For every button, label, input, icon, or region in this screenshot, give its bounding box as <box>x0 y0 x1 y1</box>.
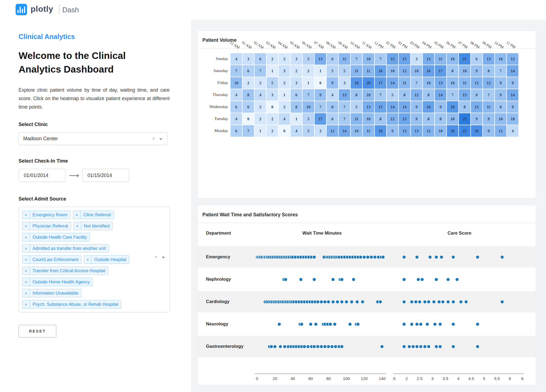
heatmap-cell[interactable]: 2 <box>290 65 302 77</box>
heatmap-cell[interactable]: 3 <box>290 53 302 65</box>
heatmap-cell[interactable]: 16 <box>423 65 435 77</box>
heatmap-cell[interactable]: 0 <box>314 77 326 89</box>
heatmap-cell[interactable]: 6 <box>230 101 242 113</box>
reset-button[interactable]: RESET <box>19 325 56 337</box>
heatmap-cell[interactable]: 11 <box>350 113 362 125</box>
heatmap-cell[interactable]: 9 <box>411 101 423 113</box>
heatmap-cell[interactable]: 5 <box>302 125 314 137</box>
heatmap-cell[interactable]: 13 <box>471 101 483 113</box>
heatmap-cell[interactable]: 11 <box>399 77 411 89</box>
heatmap-cell[interactable]: 11 <box>483 101 495 113</box>
heatmap-cell[interactable]: 7 <box>374 53 386 65</box>
heatmap-cell[interactable]: 2 <box>254 101 266 113</box>
heatmap-cell[interactable]: 1 <box>314 65 326 77</box>
heatmap-cell[interactable]: 6 <box>471 53 483 65</box>
heatmap-cell[interactable]: 6 <box>242 65 254 77</box>
heatmap-cell[interactable]: 3 <box>411 53 423 65</box>
heatmap-cell[interactable]: 10 <box>362 89 374 101</box>
heatmap-cell[interactable]: 15 <box>399 113 411 125</box>
clinic-clear-icon[interactable]: × <box>152 136 155 142</box>
heatmap-cell[interactable]: 8 <box>350 89 362 101</box>
heatmap-cell[interactable]: 10 <box>495 113 507 125</box>
heatmap-cell[interactable]: 8 <box>435 113 447 125</box>
heatmap-cell[interactable]: 1 <box>290 113 302 125</box>
heatmap-cell[interactable]: 9 <box>495 89 507 101</box>
heatmap-cell[interactable]: 10 <box>362 53 374 65</box>
chip-remove-icon[interactable]: × <box>22 244 30 252</box>
heatmap-cell[interactable]: 8 <box>423 89 435 101</box>
heatmap-cell[interactable]: 2 <box>278 77 290 89</box>
heatmap-cell[interactable]: 15 <box>399 53 411 65</box>
heatmap-cell[interactable]: 18 <box>447 101 459 113</box>
heatmap-cell[interactable]: 12 <box>399 65 411 77</box>
heatmap-cell[interactable]: 13 <box>435 77 447 89</box>
heatmap-cell[interactable]: 3 <box>242 53 254 65</box>
heatmap-cell[interactable]: 3 <box>290 77 302 89</box>
heatmap-cell[interactable]: 5 <box>350 101 362 113</box>
heatmap-cell[interactable]: 21 <box>459 53 471 65</box>
heatmap-cell[interactable]: 8 <box>374 113 386 125</box>
chip-remove-icon[interactable]: × <box>22 267 30 275</box>
heatmap-cell[interactable]: 9 <box>386 125 399 137</box>
heatmap-cell[interactable]: 9 <box>507 101 519 113</box>
chip-remove-icon[interactable]: × <box>22 222 30 230</box>
chip-remove-icon[interactable]: × <box>84 256 92 264</box>
heatmap-cell[interactable]: 9 <box>483 113 495 125</box>
heatmap-cell[interactable]: 13 <box>314 53 326 65</box>
heatmap-cell[interactable]: 22 <box>459 125 471 137</box>
heatmap-cell[interactable]: 12 <box>495 125 507 137</box>
heatmap-cell[interactable]: 4 <box>230 89 242 101</box>
heatmap-cell[interactable]: 7 <box>302 89 314 101</box>
heatmap-cell[interactable]: 4 <box>230 113 242 125</box>
heatmap-cell[interactable]: 10 <box>507 113 519 125</box>
clinic-dropdown[interactable]: Madison Center × <box>19 132 167 145</box>
heatmap-cell[interactable]: 10 <box>362 113 374 125</box>
heatmap-cell[interactable]: 2 <box>302 65 314 77</box>
heatmap-cell[interactable]: 8 <box>242 89 254 101</box>
heatmap-cell[interactable]: 2 <box>278 101 290 113</box>
heatmap-cell[interactable]: 10 <box>447 113 459 125</box>
heatmap-cell[interactable]: 13 <box>483 53 495 65</box>
heatmap-cell[interactable]: 8 <box>483 65 495 77</box>
heatmap-cell[interactable]: 3 <box>338 77 350 89</box>
heatmap-cell[interactable]: 13 <box>399 125 411 137</box>
heatmap-cell[interactable]: 10 <box>435 125 447 137</box>
heatmap-cell[interactable]: 6 <box>326 53 338 65</box>
heatmap-cell[interactable]: 2 <box>278 53 290 65</box>
heatmap-cell[interactable]: 10 <box>495 53 507 65</box>
heatmap-cell[interactable]: 6 <box>230 125 242 137</box>
heatmap-cell[interactable]: 7 <box>314 101 326 113</box>
heatmap-cell[interactable]: 13 <box>362 101 374 113</box>
heatmap-cell[interactable]: 7 <box>374 89 386 101</box>
heatmap-cell[interactable]: 8 <box>423 113 435 125</box>
heatmap-cell[interactable]: 18 <box>350 77 362 89</box>
heatmap-cell[interactable]: 9 <box>314 89 326 101</box>
heatmap-cell[interactable]: 10 <box>447 53 459 65</box>
heatmap-cell[interactable]: 9 <box>435 101 447 113</box>
heatmap-cell[interactable]: 7 <box>495 65 507 77</box>
heatmap-cell[interactable]: 3 <box>266 89 278 101</box>
heatmap-cell[interactable]: 4 <box>507 125 519 137</box>
heatmap-cell[interactable]: 5 <box>338 65 350 77</box>
heatmap-cell[interactable]: 10 <box>350 125 362 137</box>
admit-source-multiselect[interactable]: ×Emergency Room×Clinic Referral×Physicia… <box>19 207 170 312</box>
heatmap-cell[interactable]: 12 <box>507 53 519 65</box>
heatmap-cell[interactable]: 12 <box>326 125 338 137</box>
heatmap-cell[interactable]: 11 <box>362 65 374 77</box>
heatmap-cell[interactable]: 10 <box>230 77 242 89</box>
chip-remove-icon[interactable]: × <box>22 256 30 264</box>
heatmap-cell[interactable]: 5 <box>302 53 314 65</box>
heatmap-cell[interactable]: 12 <box>411 89 423 101</box>
heatmap-cell[interactable]: 14 <box>507 89 519 101</box>
chip-remove-icon[interactable]: × <box>73 211 81 219</box>
heatmap-cell[interactable]: 0 <box>278 125 290 137</box>
chip-remove-icon[interactable]: × <box>22 233 30 241</box>
heatmap-cell[interactable]: 17 <box>314 113 326 125</box>
heatmap-cell[interactable]: 20 <box>362 77 374 89</box>
heatmap-cell[interactable]: 8 <box>290 101 302 113</box>
heatmap-cell[interactable]: 9 <box>483 125 495 137</box>
date-start-input[interactable] <box>19 169 66 182</box>
chip-remove-icon[interactable]: × <box>22 211 30 219</box>
heatmap-cell[interactable]: 8 <box>459 101 471 113</box>
heatmap-cell[interactable]: 12 <box>483 77 495 89</box>
